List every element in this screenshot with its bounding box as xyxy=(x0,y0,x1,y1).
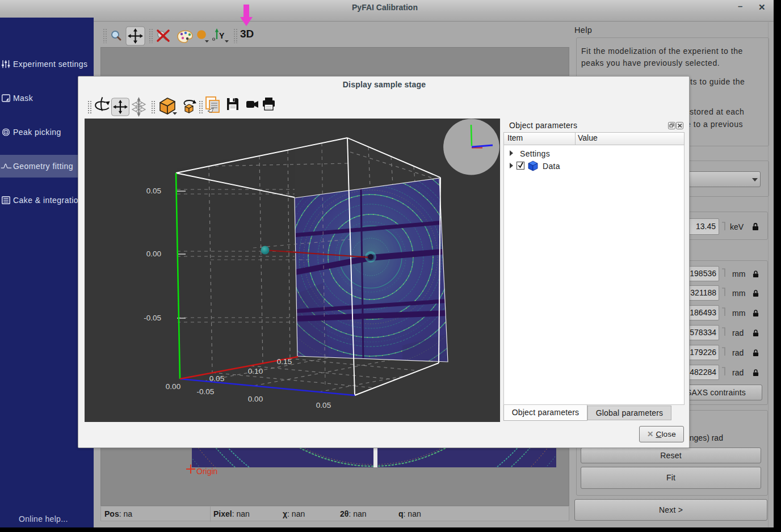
svg-text:-0.05: -0.05 xyxy=(144,314,161,322)
svg-text:Data: Data xyxy=(543,162,560,171)
svg-text:0.05: 0.05 xyxy=(146,187,161,195)
svg-text:0.10: 0.10 xyxy=(248,367,263,375)
svg-text:0.05: 0.05 xyxy=(316,401,331,409)
svg-text:0.00: 0.00 xyxy=(146,250,161,258)
svg-text:Y: Y xyxy=(219,31,225,40)
svg-text:0.00: 0.00 xyxy=(248,395,263,403)
svg-text:0.05: 0.05 xyxy=(209,374,224,383)
svg-text:Origin: Origin xyxy=(196,467,217,476)
svg-text:0.15: 0.15 xyxy=(277,357,292,366)
svg-text:0.00: 0.00 xyxy=(166,382,180,391)
svg-text:Settings: Settings xyxy=(520,149,550,158)
svg-text:-0.05: -0.05 xyxy=(197,387,215,396)
